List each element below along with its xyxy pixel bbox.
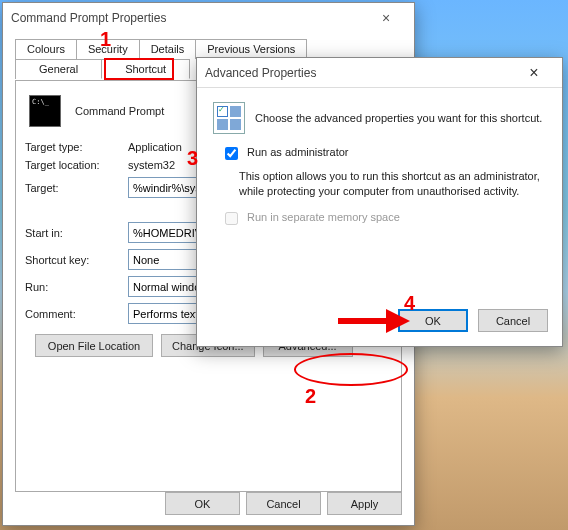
advanced-intro-text: Choose the advanced properties you want … [255, 112, 542, 124]
properties-ok-button[interactable]: OK [165, 492, 240, 515]
startin-label: Start in: [25, 227, 128, 239]
run-as-administrator-checkbox[interactable] [225, 147, 238, 160]
separate-memory-label: Run in separate memory space [247, 211, 400, 223]
tab-security[interactable]: Security [76, 39, 140, 59]
shortcutkey-label: Shortcut key: [25, 254, 128, 266]
advanced-ok-button[interactable]: OK [398, 309, 468, 332]
shortcut-name-label: Command Prompt [75, 105, 164, 117]
target-type-label: Target type: [25, 141, 128, 153]
properties-cancel-button[interactable]: Cancel [246, 492, 321, 515]
run-as-administrator-description: This option allows you to run this short… [239, 169, 546, 199]
tab-details[interactable]: Details [139, 39, 197, 59]
separate-memory-checkbox [225, 212, 238, 225]
open-file-location-button[interactable]: Open File Location [35, 334, 153, 357]
tab-previous-versions[interactable]: Previous Versions [195, 39, 307, 59]
command-prompt-icon [29, 95, 61, 127]
advanced-titlebar[interactable]: Advanced Properties × [197, 58, 562, 88]
run-as-administrator-label: Run as administrator [247, 146, 349, 158]
properties-titlebar[interactable]: Command Prompt Properties × [3, 3, 414, 33]
run-label: Run: [25, 281, 128, 293]
tab-shortcut[interactable]: Shortcut [101, 59, 190, 79]
comment-label: Comment: [25, 308, 128, 320]
target-location-label: Target location: [25, 159, 128, 171]
advanced-cancel-button[interactable]: Cancel [478, 309, 548, 332]
tab-colours[interactable]: Colours [15, 39, 77, 59]
advanced-title: Advanced Properties [205, 66, 316, 80]
advanced-properties-icon [213, 102, 245, 134]
target-label: Target: [25, 182, 128, 194]
close-icon[interactable]: × [366, 10, 406, 26]
properties-apply-button[interactable]: Apply [327, 492, 402, 515]
close-icon[interactable]: × [514, 64, 554, 82]
properties-title: Command Prompt Properties [11, 11, 166, 25]
tab-general[interactable]: General [15, 59, 102, 79]
advanced-properties-window: Advanced Properties × Choose the advance… [196, 57, 563, 347]
